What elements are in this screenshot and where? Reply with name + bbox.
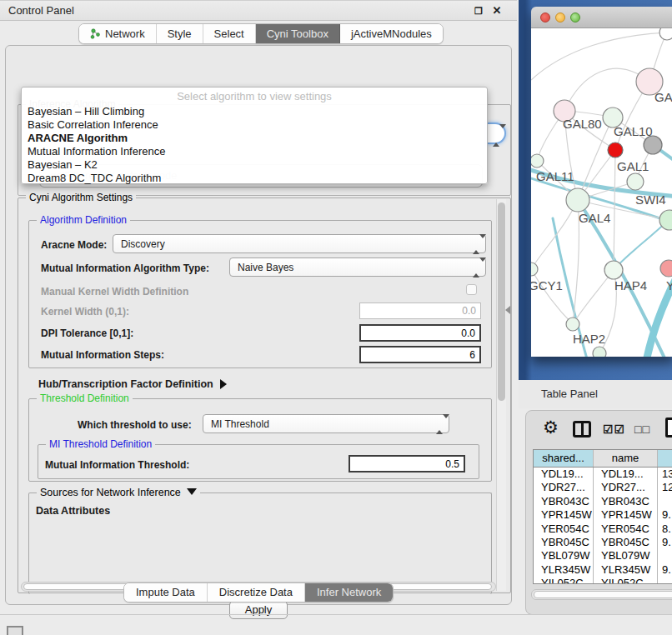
- aracne-mode-combo[interactable]: Discovery: [113, 234, 486, 253]
- kernel-width-label: Kernel Width (0,1):: [41, 306, 129, 318]
- node-hap2[interactable]: [566, 318, 579, 331]
- algorithm-option[interactable]: Bayesian – Hill Climbing: [22, 105, 487, 118]
- mi-type-combo[interactable]: Naive Bayes: [229, 258, 486, 277]
- node-bottom[interactable]: [593, 347, 606, 357]
- algorithm-option[interactable]: Dream8 DC_TDC Algorithm: [22, 172, 487, 185]
- mi-threshold-field[interactable]: 0.5: [349, 455, 465, 472]
- show-columns-icon[interactable]: ☑☑: [603, 422, 625, 436]
- mi-steps-field[interactable]: 6: [359, 346, 481, 363]
- node-gal1[interactable]: [627, 173, 644, 190]
- node-red-selected[interactable]: [608, 142, 623, 158]
- node-gal11[interactable]: [531, 154, 544, 168]
- node-label: SWI4: [635, 192, 666, 207]
- table-panel-title: Table Panel: [541, 388, 598, 400]
- combo-value: Naive Bayes: [238, 262, 293, 273]
- node-gal4[interactable]: [566, 188, 589, 212]
- status-bar-divider: [0, 614, 672, 615]
- table-row[interactable]: YIL052CYIL052C: [534, 577, 672, 584]
- node-unlabeled[interactable]: [659, 28, 672, 40]
- algorithm-option[interactable]: Basic Correlation Inference: [22, 118, 487, 132]
- cyni-bottom-tabbar: Impute Data Discretize Data Infer Networ…: [123, 582, 394, 602]
- split-columns-icon[interactable]: [573, 421, 591, 438]
- cell: 9.: [658, 563, 672, 577]
- cell: YER054C: [594, 522, 658, 536]
- table-header-row[interactable]: shared... name A: [534, 450, 672, 468]
- settings-vertical-scrollbar[interactable]: [496, 199, 506, 591]
- tab-jactivemnodules[interactable]: jActiveMNodules: [340, 24, 443, 43]
- cell: YBR043C: [534, 495, 594, 508]
- tab-network[interactable]: Network: [79, 24, 157, 43]
- table-row[interactable]: YBL079WYBL079W: [534, 549, 672, 562]
- aracne-mode-label: Aracne Mode:: [41, 239, 107, 251]
- tab-cyni-toolbox[interactable]: Cyni Toolbox: [256, 24, 340, 43]
- table-row[interactable]: YER054CYER054C8.: [534, 522, 672, 536]
- cell: YBL079W: [594, 549, 658, 562]
- combo-arrows-icon: [436, 418, 444, 430]
- tab-discretize-data[interactable]: Discretize Data: [208, 583, 305, 602]
- splitter-collapse-icon[interactable]: [505, 306, 510, 314]
- cell: YBL079W: [534, 549, 594, 562]
- hub-definition-expander[interactable]: Hub/Transcription Factor Definition: [38, 376, 227, 391]
- network-view-window[interactable]: GAL GAL80 GAL10 GAL1 GAL11 SWI4 GAL4 GCY…: [531, 7, 672, 357]
- mac-zoom-button[interactable]: [570, 12, 580, 22]
- mi-threshold-label: Mutual Information Threshold:: [45, 459, 189, 471]
- float-window-icon[interactable]: ❐: [472, 4, 485, 18]
- column-header[interactable]: name: [594, 450, 658, 467]
- algorithm-option[interactable]: Bayesian – K2: [22, 158, 487, 172]
- apply-button[interactable]: Apply: [229, 601, 288, 619]
- gear-icon[interactable]: ⚙: [543, 418, 559, 438]
- cell: [658, 577, 672, 584]
- node-gcy1[interactable]: [531, 262, 538, 276]
- algorithm-option[interactable]: Mutual Information Inference: [22, 145, 487, 158]
- mac-minimize-button[interactable]: [555, 12, 565, 22]
- cell: [658, 549, 672, 562]
- mac-close-button[interactable]: [540, 12, 550, 22]
- cell: YDL19...: [594, 468, 658, 481]
- node-pink[interactable]: [660, 260, 672, 277]
- combo-value: Discovery: [121, 238, 165, 250]
- document-icon[interactable]: [665, 418, 672, 438]
- which-threshold-combo[interactable]: MI Threshold: [203, 414, 449, 433]
- manual-kernel-checkbox[interactable]: [466, 284, 477, 295]
- node-hap4[interactable]: [604, 261, 623, 279]
- cell: [658, 495, 672, 508]
- node-gray[interactable]: [644, 136, 662, 154]
- cell: YPR145W: [594, 508, 658, 522]
- dpi-tolerance-field[interactable]: 0.0: [359, 324, 481, 342]
- table-row[interactable]: YLR345WYLR345W9.: [534, 563, 672, 577]
- network-window-titlebar[interactable]: [531, 7, 672, 28]
- node-table: shared... name A YDL19...YDL19...13 YDR2…: [533, 449, 672, 584]
- minimized-panel-icon[interactable]: [7, 626, 23, 635]
- sources-group: Sources for Network Inference Data Attri…: [28, 492, 492, 594]
- sources-expander[interactable]: Sources for Network Inference: [37, 487, 200, 498]
- algorithm-option-selected[interactable]: ARACNE Algorithm: [22, 132, 487, 145]
- table-row[interactable]: YPR145WYPR145W9.: [534, 508, 672, 522]
- table-row[interactable]: YDL19...YDL19...13: [534, 468, 672, 481]
- cell: 13: [658, 468, 672, 481]
- column-header[interactable]: A: [658, 450, 672, 467]
- network-canvas[interactable]: GAL GAL80 GAL10 GAL1 GAL11 SWI4 GAL4 GCY…: [531, 28, 672, 357]
- table-horizontal-scrollbar[interactable]: [531, 589, 672, 600]
- control-panel-titlebar[interactable]: Control Panel ❐ ✕: [0, 0, 517, 21]
- cell: YIL052C: [534, 577, 594, 584]
- tab-impute-data[interactable]: Impute Data: [124, 583, 208, 602]
- cyni-algorithm-settings-group: Cyni Algorithm Settings Algorithm Defini…: [18, 198, 511, 593]
- close-window-icon[interactable]: ✕: [490, 4, 504, 18]
- hide-columns-icon[interactable]: □□: [634, 422, 650, 436]
- combo-arrows-icon: [473, 262, 480, 273]
- scrollbar-thumb[interactable]: [534, 591, 672, 598]
- cell: 12: [658, 481, 672, 494]
- group-title: Algorithm Definition: [37, 214, 130, 226]
- table-row[interactable]: YBR043CYBR043C: [534, 495, 672, 508]
- table-row[interactable]: YDR27...YDR27...12: [534, 481, 672, 494]
- cyni-toolbox-panel: Inference Algorithm galFiltered.sif defa…: [5, 45, 512, 605]
- algorithm-combo-stepper[interactable]: [488, 122, 506, 144]
- node-label: GAL4: [579, 211, 610, 225]
- tab-style[interactable]: Style: [157, 24, 203, 43]
- scrollbar-thumb[interactable]: [498, 202, 505, 401]
- table-row[interactable]: YBR045CYBR045C9.: [534, 536, 672, 549]
- column-header[interactable]: shared...: [534, 450, 594, 467]
- kernel-width-field[interactable]: 0.0: [359, 302, 481, 319]
- tab-select[interactable]: Select: [203, 24, 256, 43]
- tab-infer-network[interactable]: Infer Network: [305, 583, 393, 602]
